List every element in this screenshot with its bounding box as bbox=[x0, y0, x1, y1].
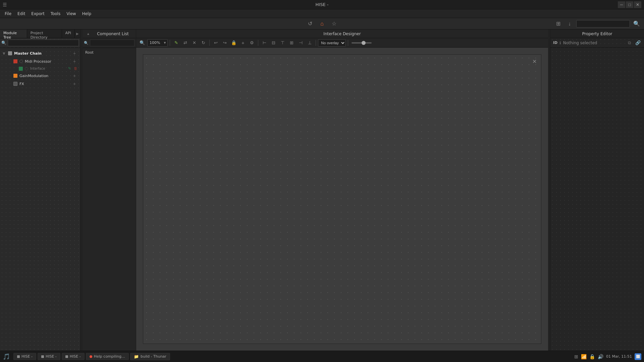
component-settings-button[interactable]: ⚙ bbox=[248, 39, 256, 47]
module-item-midi-processor[interactable]: Midi Processor + bbox=[5, 57, 80, 65]
overlay-select[interactable]: No overlay Grid Guides bbox=[318, 39, 346, 47]
title-bar: ☰ HISE - ─ □ ✕ bbox=[0, 0, 644, 9]
taskbar-bars-icon[interactable]: 📶 bbox=[581, 354, 587, 359]
close-canvas-button[interactable]: ✕ bbox=[530, 57, 538, 65]
component-root-item[interactable]: Root bbox=[83, 48, 136, 57]
canvas-content: ✕ bbox=[143, 54, 541, 344]
home-button[interactable]: ⌂ bbox=[317, 19, 327, 28]
refresh-button[interactable]: ↻ bbox=[199, 39, 207, 47]
taskbar-item-hise-3[interactable]: HISE - bbox=[62, 353, 85, 360]
zoom-slider-thumb[interactable] bbox=[362, 41, 366, 45]
search-button[interactable]: 🔍 bbox=[632, 19, 641, 28]
component-panel-collapse[interactable]: ▲ bbox=[85, 31, 91, 36]
add-component-button[interactable]: + bbox=[239, 39, 247, 47]
taskbar-item-hise-2[interactable]: HISE - bbox=[38, 353, 60, 360]
select-tool-button[interactable]: ✎ bbox=[172, 39, 180, 47]
midi-processor-toggle[interactable] bbox=[19, 60, 23, 63]
app-menu-icon[interactable]: ☰ bbox=[3, 2, 7, 7]
taskbar-label-2: HISE - bbox=[46, 354, 57, 359]
bookmark-button[interactable]: ☆ bbox=[329, 19, 339, 28]
module-search-input[interactable] bbox=[8, 40, 79, 46]
close-button[interactable]: ✕ bbox=[634, 1, 641, 8]
taskbar-dot-1 bbox=[17, 355, 20, 358]
align-center-v-button[interactable]: ⊞ bbox=[287, 39, 296, 47]
collapse-button[interactable]: ↓ bbox=[565, 19, 574, 28]
align-left-button[interactable]: ⊢ bbox=[260, 39, 268, 47]
tab-module-tree[interactable]: Module Tree bbox=[0, 29, 27, 38]
zoom-down-button[interactable]: ▼ bbox=[162, 41, 167, 45]
taskbar-end-button[interactable]: ⬜ bbox=[635, 353, 641, 360]
module-item-interface[interactable]: Interface ✎ 🗑 bbox=[11, 65, 80, 72]
title-bar-left: ☰ bbox=[3, 2, 7, 7]
interface-designer-title: Interface Designer bbox=[323, 32, 361, 36]
search-icon: 🔍 bbox=[1, 41, 6, 45]
property-copy-button[interactable]: ⧉ bbox=[626, 40, 633, 46]
toolbar-separator-3 bbox=[258, 40, 258, 46]
align-center-h-button[interactable]: ⊟ bbox=[269, 39, 277, 47]
property-info-icon: ℹ bbox=[559, 41, 561, 45]
taskbar-lock-icon[interactable]: 🔒 bbox=[589, 354, 595, 359]
interface-edit-icon[interactable]: ✎ bbox=[68, 66, 71, 71]
component-search-icon: 🔍 bbox=[84, 41, 89, 45]
align-right-button[interactable]: ⊣ bbox=[297, 39, 305, 47]
tab-project-directory[interactable]: Project Directory bbox=[27, 29, 62, 38]
taskbar-dot-2 bbox=[41, 355, 44, 358]
add-to-gain-modulation-button[interactable]: + bbox=[71, 73, 77, 79]
interface-toggle[interactable] bbox=[25, 67, 28, 70]
zoom-slider-track[interactable] bbox=[352, 42, 372, 44]
menu-export[interactable]: Export bbox=[29, 10, 47, 17]
collapse-arrow-master[interactable]: ▼ bbox=[3, 52, 6, 55]
taskbar-label-3: HISE - bbox=[70, 354, 81, 359]
zoom-fit-button[interactable]: 🔍 bbox=[138, 39, 146, 47]
taskbar-item-help[interactable]: Help compiling… bbox=[86, 353, 129, 360]
align-bottom-button[interactable]: ⊥ bbox=[306, 39, 314, 47]
master-chain-label: Master Chain bbox=[14, 51, 69, 56]
undo-button[interactable]: ↩ bbox=[212, 39, 220, 47]
module-item-gain-modulation[interactable]: GainModulation + bbox=[5, 72, 80, 80]
taskbar-item-hise-1[interactable]: HISE - bbox=[13, 353, 36, 360]
menu-tools[interactable]: Tools bbox=[48, 10, 63, 17]
tab-api[interactable]: API bbox=[62, 29, 75, 38]
center-split: ▲ Component List 🔍 Root Interface Design… bbox=[83, 29, 548, 351]
redo-button[interactable]: ↪ bbox=[221, 39, 229, 47]
component-search-input[interactable] bbox=[90, 40, 135, 46]
interface-color bbox=[19, 67, 23, 71]
module-item-master-chain[interactable]: ▼ Master Chain + bbox=[0, 49, 80, 57]
taskbar-logo[interactable]: 🎵 bbox=[3, 353, 10, 360]
taskbar-folder-icon: 📁 bbox=[134, 354, 139, 359]
left-panel-scroll-right[interactable]: ▶ bbox=[75, 29, 80, 38]
menu-view[interactable]: View bbox=[64, 10, 78, 17]
toolbar-right: ⊞ ↓ 🔍 bbox=[553, 19, 641, 28]
interface-delete-icon[interactable]: 🗑 bbox=[74, 66, 77, 71]
component-search-area: 🔍 bbox=[83, 38, 136, 48]
canvas-area[interactable]: ✕ bbox=[136, 48, 548, 351]
module-tree: ▼ Master Chain + Midi Processor + Interf… bbox=[0, 48, 80, 351]
taskbar-network-icon[interactable]: ⊞ bbox=[574, 354, 578, 359]
add-to-midi-processor-button[interactable]: + bbox=[71, 58, 77, 64]
component-root-label: Root bbox=[85, 50, 94, 55]
global-search-input[interactable] bbox=[576, 20, 630, 27]
left-panel: Module Tree Project Directory API ▶ 🔍 ▼ … bbox=[0, 29, 80, 351]
title-bar-controls: ─ □ ✕ bbox=[618, 1, 641, 8]
property-link-button[interactable]: 🔗 bbox=[635, 40, 641, 46]
delete-button[interactable]: ✕ bbox=[190, 39, 198, 47]
layout-grid-button[interactable]: ⊞ bbox=[553, 19, 563, 28]
menu-help[interactable]: Help bbox=[79, 10, 94, 17]
align-top-button[interactable]: ⊤ bbox=[278, 39, 286, 47]
taskbar-volume-icon[interactable]: 🔊 bbox=[598, 354, 603, 359]
back-button[interactable]: ↺ bbox=[305, 19, 315, 28]
add-to-fx-button[interactable]: + bbox=[71, 81, 77, 87]
property-id-label: ID bbox=[553, 41, 557, 45]
menu-file[interactable]: File bbox=[2, 10, 14, 17]
property-content bbox=[550, 48, 644, 351]
lock-button[interactable]: 🔒 bbox=[230, 39, 238, 47]
minimize-button[interactable]: ─ bbox=[618, 1, 625, 8]
taskbar-item-build[interactable]: 📁 build - Thunar bbox=[130, 353, 170, 360]
move-tool-button[interactable]: ⇄ bbox=[181, 39, 189, 47]
module-item-fx[interactable]: FX + bbox=[5, 80, 80, 88]
menu-edit[interactable]: Edit bbox=[15, 10, 28, 17]
title-bar-center: HISE - bbox=[316, 2, 329, 7]
maximize-button[interactable]: □ bbox=[626, 1, 633, 8]
taskbar-label-1: HISE - bbox=[21, 354, 33, 359]
add-to-master-chain-button[interactable]: + bbox=[71, 50, 77, 56]
